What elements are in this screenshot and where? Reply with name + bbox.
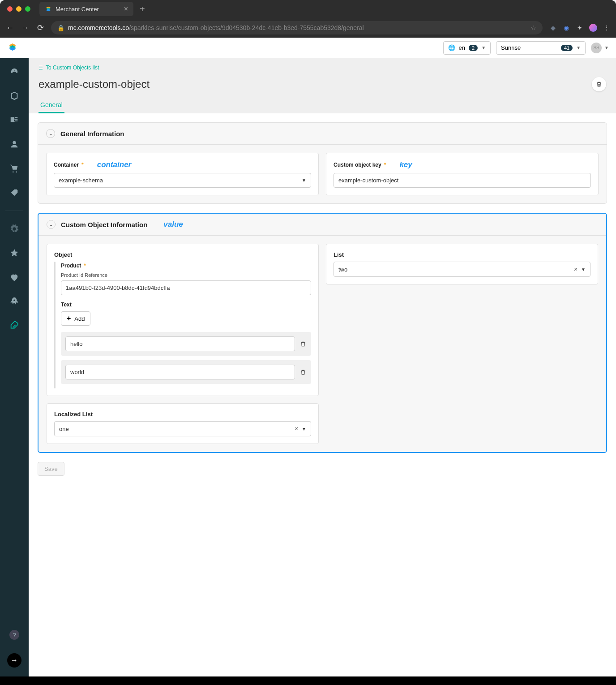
plus-icon: +	[67, 314, 71, 323]
sidebar-item-custom-objects[interactable]	[6, 318, 22, 334]
project-selector[interactable]: Sunrise 41 ▼	[496, 41, 586, 55]
sidebar-item-customers[interactable]	[6, 136, 22, 152]
minimize-icon[interactable]	[16, 6, 21, 12]
browser-tab[interactable]: Merchant Center ×	[39, 2, 133, 16]
caret-down-icon: ▼	[302, 427, 306, 431]
app-topbar: 🌐 en 2 ▼ Sunrise 41 ▼ SS ▼	[0, 38, 616, 58]
mac-titlebar: Merchant Center × +	[0, 0, 616, 18]
project-badge: 41	[561, 45, 573, 51]
product-id-input[interactable]	[61, 280, 311, 295]
close-icon[interactable]	[7, 6, 13, 12]
caret-down-icon: ▼	[576, 45, 581, 50]
language-selector[interactable]: 🌐 en 2 ▼	[443, 41, 491, 55]
product-label: Product	[61, 263, 81, 269]
star-icon[interactable]: ☆	[530, 24, 536, 31]
add-label: Add	[74, 315, 85, 322]
panel-title: General Information	[60, 130, 124, 138]
browser-tab-title: Merchant Center	[56, 6, 99, 13]
sidebar-item-launch[interactable]	[6, 293, 22, 310]
tab-general[interactable]: General	[38, 98, 64, 113]
maximize-icon[interactable]	[25, 6, 30, 12]
page-title: example-custom-object	[38, 78, 150, 90]
text-item-input[interactable]	[65, 336, 295, 351]
sidebar-item-categories[interactable]	[6, 112, 22, 128]
sidebar-item-orders[interactable]	[6, 160, 22, 177]
new-tab-button[interactable]: +	[140, 4, 145, 14]
indent-gutter	[54, 262, 56, 388]
traffic-lights	[7, 6, 30, 12]
list-label: List	[334, 251, 590, 258]
language-badge: 2	[469, 45, 478, 51]
profile-avatar-icon[interactable]	[589, 24, 597, 32]
clear-icon[interactable]: ×	[574, 266, 578, 273]
project-label: Sunrise	[501, 44, 521, 51]
caret-down-icon: ▼	[604, 45, 609, 50]
caret-down-icon: ▼	[581, 267, 586, 272]
caret-down-icon: ▼	[302, 178, 306, 183]
menu-icon[interactable]: ⋮	[603, 24, 611, 32]
localized-list-label: Localized List	[54, 411, 311, 418]
sidebar: ? →	[0, 58, 29, 676]
chevron-down-icon[interactable]: ⌄	[46, 129, 55, 138]
reload-icon[interactable]: ⟳	[36, 23, 45, 33]
favicon-icon	[45, 5, 52, 13]
url-host: mc.commercetools.co	[68, 24, 129, 31]
key-label: Custom object key* key	[334, 160, 591, 169]
page-header: ☰ To Custom Objects list example-custom-…	[29, 58, 616, 113]
language-label: en	[459, 44, 465, 51]
text-item-row	[61, 360, 311, 384]
text-item-input[interactable]	[65, 365, 295, 379]
extension-icon[interactable]: ◆	[549, 24, 557, 32]
sidebar-item-products[interactable]	[6, 88, 22, 104]
list-select[interactable]: two × ▼	[334, 262, 590, 277]
sidebar-item-discounts[interactable]	[6, 185, 22, 201]
extension-icon[interactable]: ◉	[562, 24, 570, 32]
url-input[interactable]: 🔒 mc.commercetools.co /sparkles-sunrise/…	[51, 21, 543, 34]
breadcrumb[interactable]: ☰ To Custom Objects list	[38, 65, 606, 71]
trash-icon[interactable]	[299, 368, 307, 376]
text-label: Text	[61, 302, 72, 308]
url-bar: ← → ⟳ 🔒 mc.commercetools.co /sparkles-su…	[0, 18, 616, 38]
help-icon[interactable]: ?	[9, 630, 19, 640]
sidebar-divider	[5, 211, 23, 211]
clear-icon[interactable]: ×	[295, 425, 298, 432]
sidebar-item-settings[interactable]	[6, 221, 22, 237]
delete-button[interactable]	[592, 77, 606, 91]
container-select[interactable]: example-schema ▼	[54, 173, 311, 188]
annotation-value: value	[163, 220, 183, 229]
back-icon[interactable]: ←	[5, 23, 14, 33]
sidebar-item-favorites[interactable]	[6, 245, 22, 261]
add-text-button[interactable]: + Add	[61, 311, 90, 326]
svg-point-7	[14, 119, 15, 120]
sidebar-item-dashboard[interactable]	[6, 64, 22, 80]
tab-close-icon[interactable]: ×	[124, 5, 128, 13]
container-value: example-schema	[59, 177, 103, 184]
sidebar-item-wishlist[interactable]	[6, 269, 22, 285]
chevron-down-icon[interactable]: ⌄	[47, 220, 56, 229]
extension-icon[interactable]: ✦	[576, 24, 584, 32]
user-menu[interactable]: SS ▼	[591, 43, 609, 53]
tabs: General	[38, 98, 606, 113]
text-item-row	[61, 332, 311, 356]
key-input[interactable]	[334, 173, 591, 188]
breadcrumb-label: To Custom Objects list	[46, 65, 99, 71]
list-icon: ☰	[38, 65, 43, 71]
annotation-key: key	[399, 160, 412, 169]
product-sublabel: Product Id Reference	[61, 272, 311, 278]
trash-icon[interactable]	[299, 340, 307, 348]
user-avatar: SS	[591, 43, 602, 53]
lock-icon: 🔒	[57, 25, 64, 31]
globe-icon: 🌐	[448, 44, 455, 51]
caret-down-icon: ▼	[481, 45, 486, 50]
app-logo-icon[interactable]	[7, 42, 18, 54]
svg-point-8	[14, 121, 15, 122]
expand-sidebar-button[interactable]: →	[7, 653, 21, 668]
url-path: /sparkles-sunrise/custom-objects/9d04530…	[129, 24, 364, 31]
save-button[interactable]: Save	[38, 462, 64, 476]
panel-general-info: ⌄ General Information Container* contain…	[38, 122, 607, 204]
localized-list-select[interactable]: one × ▼	[54, 421, 311, 436]
forward-icon[interactable]: →	[21, 23, 30, 33]
svg-point-9	[13, 141, 16, 144]
annotation-container: container	[97, 160, 132, 169]
svg-point-6	[14, 118, 15, 119]
